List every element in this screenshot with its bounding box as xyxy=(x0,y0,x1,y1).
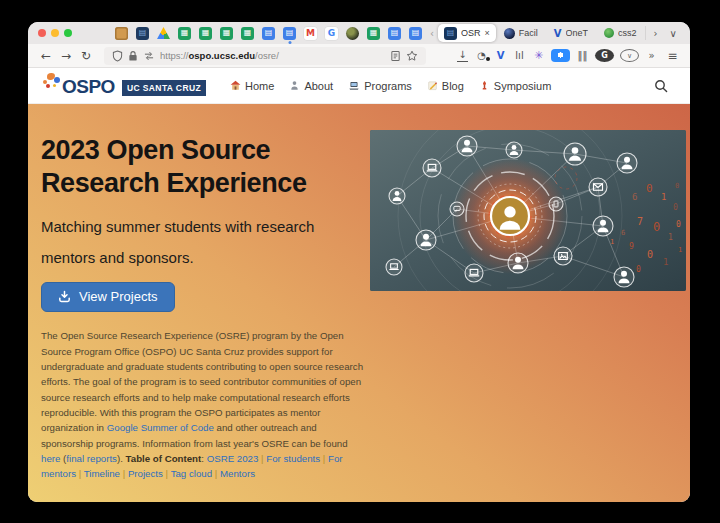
svg-text:0: 0 xyxy=(676,220,681,229)
link-for-students[interactable]: For students xyxy=(266,453,320,464)
gmail-icon[interactable]: M xyxy=(304,27,317,40)
reload-button[interactable]: ↻ xyxy=(76,49,96,63)
url-domain: ospo.ucsc.edu xyxy=(189,50,256,61)
link-here[interactable]: here xyxy=(41,453,60,464)
google-sheets-icon[interactable]: ▦ xyxy=(241,27,254,40)
code-editor-icon[interactable]: ▤ xyxy=(136,27,149,40)
view-projects-button[interactable]: View Projects xyxy=(41,282,175,312)
separator: | xyxy=(120,468,128,479)
toolbar-overflow-icon[interactable]: » xyxy=(642,50,661,61)
nav-item-blog[interactable]: Blog xyxy=(427,80,464,92)
link-projects[interactable]: Projects xyxy=(128,468,163,479)
svg-text:0: 0 xyxy=(653,220,660,234)
zoom-window-button[interactable] xyxy=(64,29,72,37)
permissions-switch-icon[interactable] xyxy=(143,51,155,61)
search-icon[interactable] xyxy=(654,79,668,93)
globe-icon xyxy=(504,28,515,39)
nav-label: Blog xyxy=(442,80,464,92)
nav-label: Programs xyxy=(364,80,412,92)
intro-paragraph: The Open Source Research Experience (OSR… xyxy=(41,328,365,481)
dark-globe-icon[interactable] xyxy=(346,27,359,40)
nav-label: Symposium xyxy=(494,80,551,92)
flower-extension-icon[interactable]: ✳ xyxy=(529,49,548,62)
nav-item-symposium[interactable]: Symposium xyxy=(479,80,551,92)
downloads-icon[interactable]: ↓ xyxy=(457,49,468,62)
url-text: https://ospo.ucsc.edu/osre/ xyxy=(160,50,385,61)
app-menu-icon[interactable]: ≡ xyxy=(663,49,682,63)
navigation-toolbar: ← → ↻ https://ospo.ucsc.edu/osre/ ↓◔Vlıl… xyxy=(28,44,690,68)
nav-item-programs[interactable]: Programs xyxy=(348,80,412,92)
svg-text:7: 7 xyxy=(637,216,643,227)
link-tag-cloud[interactable]: Tag cloud xyxy=(171,468,212,479)
lock-icon[interactable] xyxy=(128,50,138,62)
bookmark-star-icon[interactable] xyxy=(406,50,418,62)
nav-label: About xyxy=(304,80,333,92)
link-final-reports[interactable]: final reports xyxy=(66,453,117,464)
hero-network-image: 6010701901016010 xyxy=(370,130,686,291)
download-icon xyxy=(58,290,71,303)
svg-text:6: 6 xyxy=(632,192,637,202)
google-docs-icon[interactable]: ▤ xyxy=(409,27,422,40)
tab-label: Facil xyxy=(519,28,538,38)
view-projects-label: View Projects xyxy=(79,289,158,304)
tab-css2[interactable]: css2 xyxy=(596,22,645,44)
nav-item-home[interactable]: Home xyxy=(230,80,274,92)
google-docs-icon[interactable]: ▤ xyxy=(283,27,296,40)
google-sheets-icon[interactable]: ▦ xyxy=(367,27,380,40)
tab-scroll-left-icon[interactable]: ‹ xyxy=(430,28,434,39)
tabs-dropdown-button[interactable]: ∨ xyxy=(670,28,677,39)
programs-icon xyxy=(348,80,360,91)
link-google-summer-of-code[interactable]: Google Summer of Code xyxy=(107,422,214,433)
minimize-window-button[interactable] xyxy=(51,29,59,37)
about-icon xyxy=(289,80,300,91)
separator: | xyxy=(212,468,220,479)
shield-icon[interactable] xyxy=(112,50,123,62)
link-timeline[interactable]: Timeline xyxy=(84,468,120,479)
active-tab-label: OSR xyxy=(461,28,481,38)
site-logo[interactable]: OSPO UC SANTA CRUZ xyxy=(44,73,206,98)
reader-mode-icon[interactable] xyxy=(390,50,401,62)
lines-extension-icon[interactable]: lıl xyxy=(510,50,529,61)
link-mentors[interactable]: Mentors xyxy=(220,468,255,479)
nav-item-about[interactable]: About xyxy=(289,80,333,92)
svg-text:0: 0 xyxy=(636,265,641,274)
tab-facil[interactable]: Facil xyxy=(496,22,546,44)
logo-badge: UC SANTA CRUZ xyxy=(122,80,206,96)
active-tab[interactable]: ▤ OSR × xyxy=(438,24,496,42)
tab-label: css2 xyxy=(618,28,637,38)
site-nav: HomeAboutProgramsBlogSymposium xyxy=(230,80,551,92)
tab-onet[interactable]: VOneT xyxy=(546,22,596,44)
separator: | xyxy=(320,453,328,464)
address-bar[interactable]: https://ospo.ucsc.edu/osre/ xyxy=(104,47,426,65)
google-docs-icon[interactable]: ▤ xyxy=(262,27,275,40)
body-text: ). xyxy=(117,453,126,464)
google-sheets-icon[interactable]: ▦ xyxy=(199,27,212,40)
tab-overflow-button[interactable]: › xyxy=(654,28,658,39)
url-path: /osre/ xyxy=(255,50,279,61)
archive-box-icon[interactable] xyxy=(115,27,128,40)
svg-text:0: 0 xyxy=(673,203,678,212)
background-tabs: FacilVOneTcss2 xyxy=(496,22,645,44)
url-scheme: https:// xyxy=(160,50,189,61)
tab-close-icon[interactable]: × xyxy=(485,28,490,38)
svg-text:1: 1 xyxy=(610,238,614,246)
privacy-badge-icon[interactable]: ◔ xyxy=(472,50,491,61)
google-drive-icon[interactable] xyxy=(157,27,170,40)
forward-button[interactable]: → xyxy=(56,49,76,63)
close-window-button[interactable] xyxy=(38,29,46,37)
page-content: 2023 Open Source Research Experience Mat… xyxy=(28,104,690,502)
zoom-app-icon[interactable] xyxy=(551,49,570,62)
google-search-icon[interactable]: G xyxy=(325,27,338,40)
ospo-logo-mark-icon xyxy=(44,73,59,95)
pocket-icon[interactable]: ∨ xyxy=(620,49,639,62)
back-button[interactable]: ← xyxy=(36,49,56,63)
ghostery-icon[interactable]: G xyxy=(595,49,614,62)
separator: | xyxy=(76,468,84,479)
onetab-toolbar-icon[interactable]: V xyxy=(491,50,510,61)
google-sheets-icon[interactable]: ▦ xyxy=(220,27,233,40)
barcode-extension-icon[interactable]: ‖‖ xyxy=(573,50,592,61)
google-docs-icon[interactable]: ▤ xyxy=(388,27,401,40)
link-osre-2023[interactable]: OSRE 2023 xyxy=(207,453,259,464)
google-sheets-icon[interactable]: ▦ xyxy=(178,27,191,40)
svg-text:1: 1 xyxy=(661,192,666,202)
